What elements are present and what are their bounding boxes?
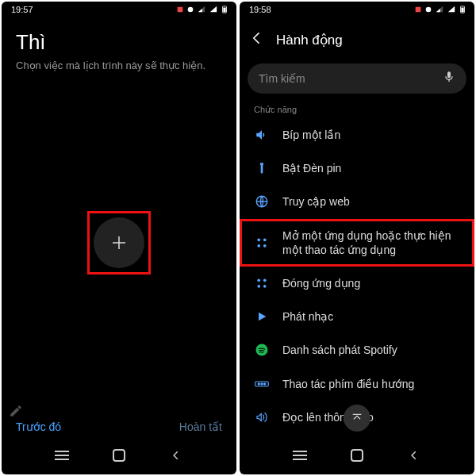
spotify-icon bbox=[254, 343, 270, 357]
action-item-label: Danh sách phát Spotify bbox=[282, 343, 460, 357]
back-button[interactable] bbox=[168, 447, 184, 463]
header-title: Hành động bbox=[276, 32, 343, 48]
page-subtitle: Chọn việc mà lịch trình này sẽ thực hiện… bbox=[2, 60, 236, 71]
status-icons bbox=[176, 6, 228, 13]
svg-point-23 bbox=[258, 382, 259, 384]
status-time: 19:58 bbox=[249, 5, 271, 14]
action-item-label: Đọc lên thông báo bbox=[282, 410, 460, 424]
action-item-label: Đóng ứng dụng bbox=[282, 276, 460, 290]
svg-point-18 bbox=[263, 278, 267, 282]
svg-point-14 bbox=[263, 238, 267, 241]
svg-point-13 bbox=[257, 238, 260, 241]
android-navbar bbox=[2, 436, 236, 474]
status-time: 19:57 bbox=[11, 5, 33, 14]
globe-icon bbox=[254, 194, 270, 209]
svg-rect-34 bbox=[351, 450, 363, 461]
svg-point-15 bbox=[257, 244, 260, 248]
status-bar: 19:58 bbox=[240, 2, 474, 16]
svg-rect-7 bbox=[113, 450, 125, 461]
back-button[interactable] bbox=[406, 447, 422, 463]
action-item[interactable]: Bật Đèn pin bbox=[240, 152, 474, 185]
recent-apps-button[interactable] bbox=[292, 447, 308, 463]
action-item[interactable]: Thao tác phím điều hướng bbox=[240, 367, 474, 401]
recent-apps-button[interactable] bbox=[54, 447, 70, 463]
search-input[interactable]: Tìm kiếm bbox=[248, 63, 466, 94]
flashlight-icon bbox=[254, 161, 270, 175]
apps-icon bbox=[254, 236, 270, 250]
tts-icon bbox=[254, 410, 270, 424]
action-item[interactable]: Danh sách phát Spotify bbox=[240, 333, 474, 367]
svg-point-25 bbox=[264, 382, 266, 384]
section-label: Chức năng bbox=[240, 97, 474, 118]
svg-point-24 bbox=[261, 382, 263, 384]
android-navbar bbox=[240, 436, 474, 474]
empty-state bbox=[2, 71, 236, 414]
svg-point-1 bbox=[188, 7, 194, 13]
svg-point-20 bbox=[263, 285, 267, 288]
action-item-label: Bật Đèn pin bbox=[282, 161, 460, 175]
edit-icon[interactable] bbox=[5, 400, 27, 422]
header: Hành động bbox=[240, 16, 474, 60]
navkeys-icon bbox=[254, 378, 270, 390]
footer-actions: Trước đó Hoàn tất bbox=[2, 414, 236, 436]
screen-action-picker: 19:58 Hành động Tìm kiếm Chức năng Bíp m… bbox=[240, 2, 474, 474]
action-item[interactable]: Truy cập web bbox=[240, 185, 474, 218]
prev-button[interactable]: Trước đó bbox=[16, 420, 61, 433]
svg-point-17 bbox=[257, 278, 260, 282]
voice-search-icon[interactable] bbox=[443, 71, 455, 86]
page-title: Thì bbox=[2, 16, 236, 60]
status-bar: 19:57 bbox=[2, 2, 236, 16]
action-item[interactable]: Bíp một lần bbox=[240, 118, 474, 152]
scroll-top-button[interactable] bbox=[344, 405, 370, 432]
search-placeholder: Tìm kiếm bbox=[259, 72, 443, 85]
volume-icon bbox=[254, 128, 270, 142]
svg-point-19 bbox=[257, 285, 260, 288]
svg-rect-11 bbox=[461, 8, 463, 13]
action-item-label: Truy cập web bbox=[282, 194, 460, 209]
action-item-label: Mở một ứng dụng hoặc thực hiện một thao … bbox=[282, 228, 460, 257]
svg-rect-8 bbox=[416, 7, 421, 13]
action-list: Bíp một lầnBật Đèn pinTruy cập webMở một… bbox=[240, 118, 474, 436]
back-icon[interactable] bbox=[244, 27, 270, 52]
add-action-button[interactable] bbox=[94, 217, 144, 268]
action-item-label: Phát nhạc bbox=[282, 309, 460, 324]
action-item-label: Thao tác phím điều hướng bbox=[282, 377, 460, 391]
action-item[interactable]: Đóng ứng dụng bbox=[240, 267, 474, 300]
action-item-label: Bíp một lần bbox=[282, 128, 460, 142]
svg-point-16 bbox=[263, 244, 267, 248]
svg-rect-0 bbox=[178, 7, 183, 13]
play-icon bbox=[254, 310, 270, 323]
apps-icon bbox=[254, 276, 270, 290]
svg-point-9 bbox=[426, 7, 432, 13]
home-button[interactable] bbox=[349, 447, 365, 463]
svg-rect-3 bbox=[223, 8, 225, 13]
home-button[interactable] bbox=[111, 447, 127, 463]
done-button[interactable]: Hoàn tất bbox=[179, 420, 222, 433]
status-icons bbox=[414, 6, 466, 13]
screen-then: 19:57 Thì Chọn việc mà lịch trình này sẽ… bbox=[2, 2, 236, 474]
action-item[interactable]: Mở một ứng dụng hoặc thực hiện một thao … bbox=[240, 219, 474, 267]
action-item[interactable]: Phát nhạc bbox=[240, 300, 474, 333]
